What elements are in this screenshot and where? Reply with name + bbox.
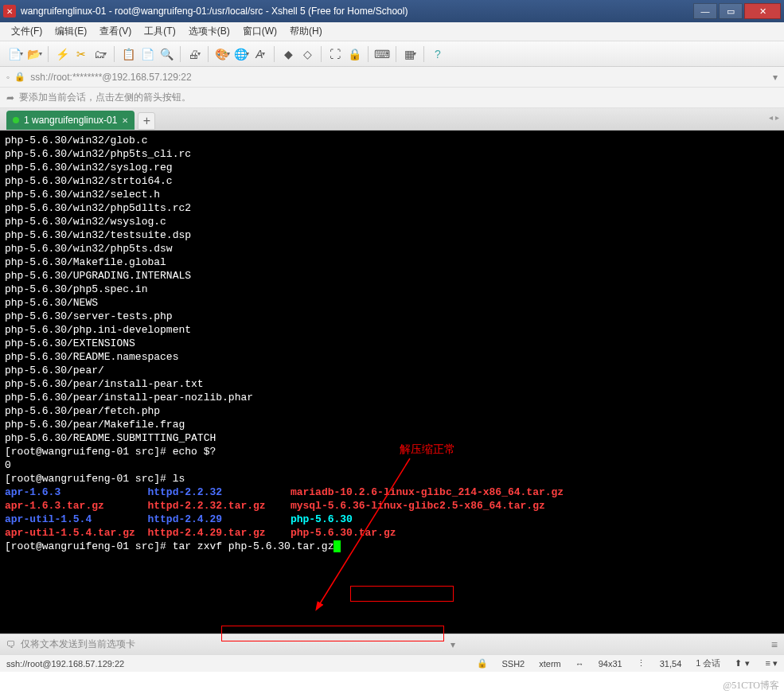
compose-dropdown-icon[interactable]: ▾ (451, 639, 455, 650)
status-pos-icon: ⋮ (637, 658, 646, 669)
find-icon[interactable]: 🔍 (158, 45, 175, 63)
compose-menu-icon[interactable]: ≡ (771, 638, 778, 651)
window-title: wangruifenglinux-01 - root@wangruifeng-0… (21, 6, 693, 17)
tab-status-icon (13, 117, 19, 123)
hint-text: 要添加当前会话，点击左侧的箭头按钮。 (19, 91, 191, 104)
terminal-output[interactable]: php-5.6.30/win32/glob.c php-5.6.30/win32… (0, 131, 784, 634)
menu-window[interactable]: 窗口(W) (238, 23, 282, 40)
status-ssh-icon: 🔒 (477, 658, 488, 669)
paste-icon[interactable]: 📄 (138, 45, 156, 63)
open-icon[interactable]: 📂▾ (25, 45, 43, 63)
menu-view[interactable]: 查看(V) (95, 23, 136, 40)
hint-bar: ➦ 要添加当前会话，点击左侧的箭头按钮。 (0, 88, 784, 108)
status-bar: ssh://root@192.168.57.129:22 🔒 SSH2 xter… (0, 654, 784, 672)
keyboard-icon[interactable]: ⌨ (373, 45, 391, 63)
reconnect-icon[interactable]: ⚡ (53, 45, 71, 63)
addr-dropdown-icon[interactable]: ▾ (773, 72, 778, 83)
properties-icon[interactable]: 🗂▾ (92, 45, 109, 63)
tab-label: 1 wangruifenglinux-01 (24, 115, 117, 126)
addr-lock-icon: 🔒 (14, 72, 25, 82)
font-icon[interactable]: A▾ (252, 45, 269, 63)
status-size-icon: ↔ (575, 659, 584, 669)
print-icon[interactable]: 🖨▾ (185, 45, 203, 63)
lock-icon[interactable]: 🔒 (345, 45, 363, 63)
disconnect-icon[interactable]: ✂ (72, 45, 90, 63)
add-tab-button[interactable]: + (138, 112, 155, 130)
status-sessions: 1 会话 (696, 657, 720, 669)
status-connection: ssh://root@192.168.57.129:22 (6, 659, 124, 669)
xagent-icon[interactable]: ◆ (279, 45, 297, 63)
addr-bullet-icon: ◦ (6, 72, 10, 83)
close-button[interactable]: ✕ (744, 3, 781, 19)
color-icon[interactable]: 🎨▾ (213, 45, 231, 63)
compose-placeholder[interactable]: 仅将文本发送到当前选项卡 (21, 637, 135, 651)
watermark: @51CTO博客 (723, 679, 779, 692)
tile-icon[interactable]: ▦▾ (401, 45, 419, 63)
menu-tools[interactable]: 工具(T) (139, 23, 180, 40)
status-term: xterm (539, 659, 561, 669)
num-icon: ≡ ▾ (766, 658, 778, 669)
app-icon: ✕ (3, 5, 16, 18)
menu-file[interactable]: 文件(F) (6, 23, 47, 40)
status-pos: 31,54 (660, 659, 682, 669)
xftp-icon[interactable]: ◇ (298, 45, 316, 63)
window-titlebar: ✕ wangruifenglinux-01 - root@wangruifeng… (0, 0, 784, 22)
caps-icon: ⬆ ▾ (735, 658, 749, 669)
menu-bar: 文件(F) 编辑(E) 查看(V) 工具(T) 选项卡(B) 窗口(W) 帮助(… (0, 22, 784, 41)
status-ssh: SSH2 (502, 659, 525, 669)
minimize-button[interactable]: — (693, 3, 717, 19)
address-text[interactable]: ssh://root:********@192.168.57.129:22 (30, 72, 191, 83)
menu-edit[interactable]: 编辑(E) (50, 23, 92, 40)
menu-help[interactable]: 帮助(H) (285, 23, 327, 40)
tab-close-icon[interactable]: ✕ (122, 116, 128, 125)
fullscreen-icon[interactable]: ⛶ (326, 45, 344, 63)
encoding-icon[interactable]: 🌐▾ (232, 45, 250, 63)
new-session-icon[interactable]: 📄▾ (6, 45, 24, 63)
menu-tab[interactable]: 选项卡(B) (184, 23, 235, 40)
compose-bar: 🗨 仅将文本发送到当前选项卡 ▾ ≡ (0, 634, 784, 654)
copy-icon[interactable]: 📋 (119, 45, 137, 63)
help-icon[interactable]: ? (429, 45, 447, 63)
status-size: 94x31 (599, 659, 622, 669)
tab-strip: 1 wangruifenglinux-01 ✕ + ◂ ▸ (0, 108, 784, 131)
hint-arrow-icon[interactable]: ➦ (6, 92, 14, 103)
session-tab[interactable]: 1 wangruifenglinux-01 ✕ (6, 111, 135, 130)
window-controls: — ▭ ✕ (693, 3, 781, 19)
maximize-button[interactable]: ▭ (719, 3, 743, 19)
address-bar: ◦ 🔒 ssh://root:********@192.168.57.129:2… (0, 67, 784, 88)
tab-nav-icon[interactable]: ◂ ▸ (769, 113, 779, 122)
toolbar: 📄▾ 📂▾ ⚡ ✂ 🗂▾ 📋 📄 🔍 🖨▾ 🎨▾ 🌐▾ A▾ ◆ ◇ ⛶ 🔒 ⌨… (0, 41, 784, 67)
compose-mode-icon[interactable]: 🗨 (6, 639, 16, 650)
